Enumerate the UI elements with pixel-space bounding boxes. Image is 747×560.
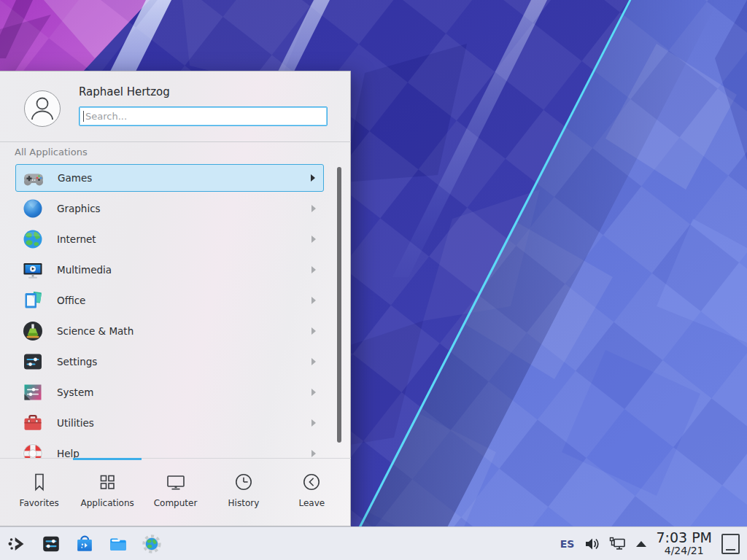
- expand-tray-arrow-icon[interactable]: [636, 541, 646, 547]
- system-settings-icon: [40, 533, 62, 555]
- dolphin-icon: [107, 533, 129, 555]
- history-icon: [233, 471, 255, 493]
- system-tray: ES 7:03 PM 4/24/21: [560, 531, 740, 556]
- science-icon: [21, 319, 44, 343]
- submenu-arrow-icon: [311, 236, 316, 243]
- favorites-icon: [28, 471, 50, 493]
- category-item-games[interactable]: Games: [15, 164, 324, 192]
- category-label: Internet: [57, 233, 96, 245]
- graphics-icon: [21, 197, 44, 220]
- tab-label: Applications: [80, 498, 133, 508]
- submenu-arrow-icon: [311, 205, 316, 212]
- show-desktop-button[interactable]: [721, 534, 740, 554]
- header-separator: [0, 141, 351, 142]
- show-desktop-icon: [726, 549, 735, 551]
- tab-favorites[interactable]: Favorites: [5, 459, 73, 526]
- help-icon: [21, 442, 44, 458]
- settings-icon: [21, 350, 44, 373]
- tab-computer[interactable]: Computer: [142, 459, 209, 526]
- utilities-icon: [21, 411, 44, 435]
- games-icon: [22, 166, 45, 190]
- tab-leave[interactable]: Leave: [278, 459, 346, 526]
- category-item-graphics[interactable]: Graphics: [15, 195, 324, 222]
- category-label: Multimedia: [57, 264, 112, 276]
- submenu-arrow-icon: [311, 419, 316, 427]
- user-icon: [25, 91, 60, 126]
- office-icon: [21, 289, 44, 312]
- category-item-office[interactable]: Office: [15, 287, 324, 314]
- keyboard-layout-indicator[interactable]: ES: [560, 538, 575, 550]
- web-browser-icon: [141, 533, 163, 555]
- taskbar-panel: ES 7:03 PM 4/24/21: [0, 526, 747, 560]
- submenu-arrow-icon: [311, 389, 316, 396]
- system-settings-button[interactable]: [39, 532, 63, 556]
- tab-label: Favorites: [20, 498, 59, 508]
- search-field[interactable]: [79, 106, 328, 126]
- active-tab-indicator: [73, 458, 142, 460]
- tab-label: Computer: [154, 498, 198, 508]
- tab-label: History: [228, 498, 260, 508]
- user-avatar: [24, 90, 61, 127]
- dolphin-file-manager-button[interactable]: [107, 532, 130, 556]
- category-label: System: [57, 386, 93, 398]
- volume-icon[interactable]: [584, 536, 600, 552]
- clock-time: 7:03 PM: [656, 531, 712, 545]
- category-item-science-math[interactable]: Science & Math: [15, 317, 324, 345]
- discover-button[interactable]: [73, 532, 96, 556]
- tab-label: Leave: [298, 498, 325, 508]
- web-browser-button[interactable]: [140, 532, 163, 556]
- computer-icon: [165, 471, 187, 493]
- category-label: Settings: [57, 356, 97, 368]
- category-label: Utilities: [57, 417, 94, 429]
- user-name: Raphael Hertzog: [79, 85, 170, 98]
- category-label: Games: [58, 172, 92, 184]
- category-label: Help: [57, 448, 80, 458]
- submenu-arrow-icon: [311, 358, 316, 365]
- network-icon[interactable]: [609, 536, 627, 552]
- submenu-arrow-icon: [311, 174, 315, 182]
- tab-applications[interactable]: Applications: [73, 459, 141, 526]
- category-item-internet[interactable]: Internet: [15, 225, 324, 253]
- pinned-apps: [6, 532, 163, 556]
- category-label: Science & Math: [57, 325, 133, 337]
- leave-icon: [301, 471, 322, 493]
- section-label: All Applications: [15, 147, 88, 158]
- category-list: Games Graphics Intern: [0, 159, 351, 458]
- submenu-arrow-icon: [311, 297, 316, 304]
- kickoff-application-launcher: Raphael Hertzog All Applications Games: [0, 71, 351, 526]
- discover-icon: [74, 533, 96, 555]
- category-label: Office: [57, 295, 85, 306]
- submenu-arrow-icon: [311, 327, 316, 335]
- text-caret: [83, 111, 84, 122]
- applications-icon: [96, 471, 118, 493]
- kickoff-launcher-button[interactable]: [6, 532, 29, 556]
- launcher-tab-bar: Favorites Applications Computer History: [0, 458, 351, 526]
- category-item-utilities[interactable]: Utilities: [15, 409, 324, 437]
- search-input[interactable]: [80, 107, 327, 125]
- category-item-system[interactable]: System: [15, 378, 324, 406]
- tab-history[interactable]: History: [209, 459, 277, 526]
- system-icon: [21, 381, 44, 404]
- category-item-help[interactable]: Help: [15, 440, 324, 458]
- category-label: Graphics: [57, 203, 101, 214]
- submenu-arrow-icon: [311, 450, 316, 457]
- list-scrollbar[interactable]: [337, 167, 341, 443]
- kickoff-launcher-icon: [7, 533, 28, 555]
- clock-date: 4/24/21: [656, 545, 712, 556]
- digital-clock[interactable]: 7:03 PM 4/24/21: [656, 531, 712, 556]
- submenu-arrow-icon: [311, 266, 316, 273]
- internet-icon: [21, 228, 44, 251]
- category-item-multimedia[interactable]: Multimedia: [15, 256, 324, 284]
- category-item-settings[interactable]: Settings: [15, 348, 324, 376]
- multimedia-icon: [21, 258, 44, 281]
